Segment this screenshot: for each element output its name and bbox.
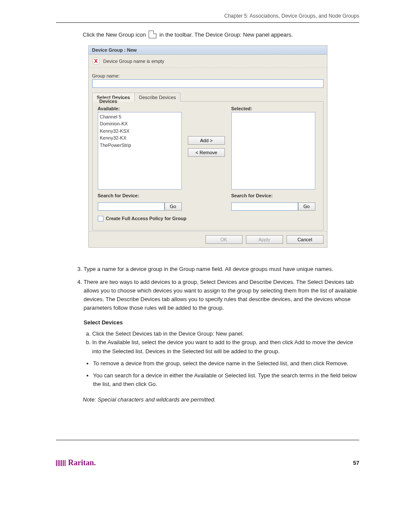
search-left-label: Search for Device: [98,193,182,198]
new-group-icon [149,31,156,38]
header-rule [56,22,359,23]
step-4b-sub1: To remove a device from the group, selec… [93,359,359,368]
tab-row: Select Devices Describe Devices [92,92,324,102]
dialog-title: Device Group : New [89,46,327,55]
go-right-button[interactable]: Go [298,202,315,211]
page-footer: Raritan. 57 [0,458,411,476]
intro-paragraph: Click the New Group icon in the toolbar.… [83,31,359,39]
group-name-input[interactable] [92,79,324,88]
list-item[interactable]: Kenny32-KSX [100,128,180,135]
search-right-input[interactable] [231,202,298,211]
group-name-label: Group name: [92,73,324,78]
device-group-dialog: Device Group : New X Device Group name i… [88,45,327,248]
devices-fieldset: Devices Available: Channel 5 Dominion-KX… [92,101,324,230]
page-number: 57 [353,460,359,466]
step-3: Type a name for a device group in the Gr… [84,265,359,274]
ok-button[interactable]: OK [206,235,243,244]
search-left-input[interactable] [98,202,165,211]
select-devices-heading: Select Devices [84,318,359,327]
intro-after: in the toolbar. The Device Group: New pa… [159,31,293,38]
go-left-button[interactable]: Go [165,202,182,211]
full-access-label: Create Full Access Policy for Group [106,216,187,221]
note-text: Note: Special characters and wildcards a… [83,395,359,404]
devices-legend: Devices [98,99,119,104]
steps-list: Type a name for a device group in the Gr… [73,265,359,389]
error-message: Device Group name is empty [103,59,165,64]
step-4-text: There are two ways to add devices to a g… [84,279,357,311]
search-right-label: Search for Device: [231,193,315,198]
list-item[interactable]: ThePowerStrip [100,142,180,149]
apply-button[interactable]: Apply [246,235,283,244]
error-icon: X [92,57,100,65]
tab-describe-devices[interactable]: Describe Devices [134,93,181,102]
footer-rule [56,440,359,440]
full-access-checkbox[interactable] [98,216,103,221]
step-4b: In the Available list, select the device… [92,338,359,355]
dialog-error-row: X Device Group name is empty [89,55,327,68]
selected-label: Selected: [231,106,315,111]
logo-bars-icon [56,460,65,466]
chapter-header: Chapter 5: Associations, Device Groups, … [56,13,359,19]
selected-listbox[interactable] [231,112,315,190]
available-listbox[interactable]: Channel 5 Dominion-KX Kenny32-KSX Kenny3… [98,112,182,190]
step-4: There are two ways to add devices to a g… [84,278,359,389]
intro-before: Click the New Group icon [83,31,146,38]
logo-text: Raritan. [68,458,96,467]
add-button[interactable]: Add > [188,136,225,145]
cancel-button[interactable]: Cancel [286,235,324,244]
available-label: Available: [98,106,182,111]
step-4b-sub2: You can search for a device in either th… [93,371,359,389]
list-item[interactable]: Dominion-KX [100,120,180,128]
list-item[interactable]: Channel 5 [100,113,180,121]
list-item[interactable]: Kenny32-KX [100,134,180,142]
raritan-logo: Raritan. [56,458,96,467]
step-4a: Click the Select Devices tab in the Devi… [92,330,359,338]
remove-button[interactable]: < Remove [188,148,225,157]
